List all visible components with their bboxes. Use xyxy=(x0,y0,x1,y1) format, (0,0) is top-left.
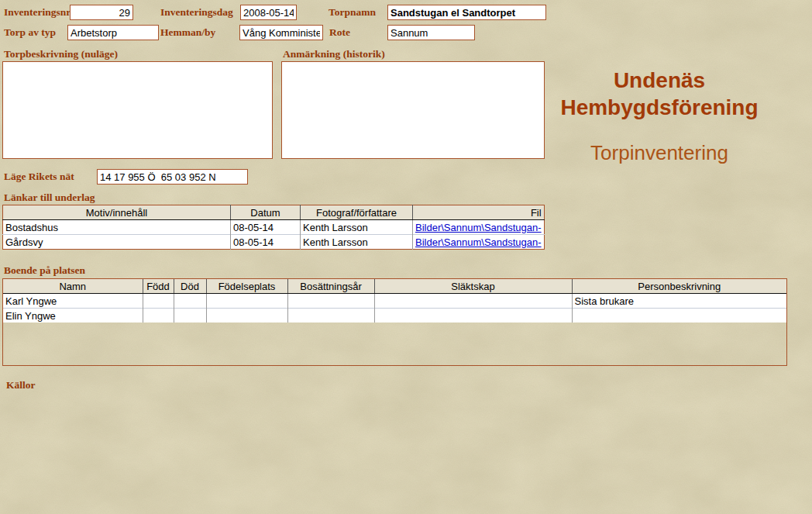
lankar-section-label: Länkar till underlag xyxy=(4,191,95,204)
motiv-cell: Bostadshus xyxy=(3,220,231,235)
residents-table-header: Namn Född Död Födelseplats Bosättningsår… xyxy=(3,279,786,294)
hemman-by-label: Hemman/by xyxy=(160,26,215,39)
lage-input[interactable] xyxy=(97,169,248,185)
links-table-row: Gårdsvy 08-05-14 Kenth Larsson Bilder\Sa… xyxy=(3,235,545,250)
residents-table: Namn Född Död Födelseplats Bosättningsår… xyxy=(3,279,786,323)
lage-label: Läge Rikets nät xyxy=(4,171,74,183)
boende-section-label: Boende på platsen xyxy=(4,264,85,277)
residents-table-frame: Namn Född Död Födelseplats Bosättningsår… xyxy=(2,278,787,366)
resident-row: Karl Yngwe Sista brukare xyxy=(3,294,786,309)
torpinventering-form: Inventeringsnr Inventeringsdag Torpnamn … xyxy=(0,0,812,514)
torpbeskrivning-textarea[interactable] xyxy=(2,61,273,159)
torpbeskrivning-label: Torpbeskrivning (nuläge) xyxy=(4,48,118,60)
slaktskap-cell xyxy=(374,294,572,309)
bosattningsar-cell xyxy=(287,294,374,309)
column-header-bosattningsar: Bosättningsår xyxy=(287,279,374,294)
motiv-cell: Gårdsvy xyxy=(3,235,231,250)
kallor-label: Källor xyxy=(6,379,36,392)
column-header-dod: Död xyxy=(174,279,206,294)
namn-cell: Karl Yngwe xyxy=(3,294,143,309)
torpnamn-input[interactable] xyxy=(387,5,546,20)
slaktskap-cell xyxy=(374,309,572,323)
form-subtitle: Torpinventering xyxy=(545,141,774,164)
torpnamn-label: Torpnamn xyxy=(329,6,376,19)
column-header-motiv: Motiv/innehåll xyxy=(3,205,231,220)
column-header-fotograf: Fotograf/författare xyxy=(301,205,413,220)
anmarkning-textarea[interactable] xyxy=(281,61,545,159)
dod-cell xyxy=(174,309,206,323)
hemman-by-input[interactable] xyxy=(239,25,323,40)
personbeskrivning-cell xyxy=(572,309,786,323)
bosattningsar-cell xyxy=(287,309,374,323)
dod-cell xyxy=(174,294,206,309)
links-table: Motiv/innehåll Datum Fotograf/författare… xyxy=(2,205,545,250)
datum-cell: 08-05-14 xyxy=(231,235,301,250)
org-title-line1: Undenäs xyxy=(545,67,774,94)
inventeringsnr-input[interactable] xyxy=(70,5,133,20)
namn-cell: Elin Yngwe xyxy=(3,309,143,323)
column-header-datum: Datum xyxy=(231,205,301,220)
fil-cell: Bilder\Sannum\Sandstugan- xyxy=(413,235,545,250)
branding: Undenäs Hembygdsförening Torpinventering xyxy=(545,67,774,164)
fodd-cell xyxy=(143,294,174,309)
column-header-personbeskrivning: Personbeskrivning xyxy=(572,279,786,294)
column-header-slaktskap: Släktskap xyxy=(374,279,572,294)
anmarkning-label: Anmärkning (historik) xyxy=(283,48,385,60)
resident-row: Elin Yngwe xyxy=(3,309,786,323)
inventeringsdag-input[interactable] xyxy=(240,5,297,20)
rote-input[interactable] xyxy=(387,25,475,40)
column-header-namn: Namn xyxy=(3,279,143,294)
column-header-fodelseplats: Födelseplats xyxy=(206,279,287,294)
fotograf-cell: Kenth Larsson xyxy=(301,235,413,250)
fodelseplats-cell xyxy=(206,294,287,309)
torp-av-typ-input[interactable] xyxy=(67,25,159,40)
fil-cell: Bilder\Sannum\Sandstugan- xyxy=(413,220,545,235)
fodd-cell xyxy=(143,309,174,323)
inventeringsnr-label: Inventeringsnr xyxy=(4,6,71,19)
datum-cell: 08-05-14 xyxy=(231,220,301,235)
links-table-row: Bostadshus 08-05-14 Kenth Larsson Bilder… xyxy=(3,220,545,235)
personbeskrivning-cell: Sista brukare xyxy=(572,294,786,309)
file-link[interactable]: Bilder\Sannum\Sandstugan- xyxy=(415,222,542,233)
column-header-fil: Fil xyxy=(413,205,545,220)
file-link[interactable]: Bilder\Sannum\Sandstugan- xyxy=(415,236,542,248)
inventeringsdag-label: Inventeringsdag xyxy=(160,6,233,19)
rote-label: Rote xyxy=(329,26,350,39)
column-header-fodd: Född xyxy=(143,279,174,294)
links-table-header: Motiv/innehåll Datum Fotograf/författare… xyxy=(3,205,545,220)
fodelseplats-cell xyxy=(206,309,287,323)
org-title-line2: Hembygdsförening xyxy=(545,94,774,121)
torp-av-typ-label: Torp av typ xyxy=(4,26,56,39)
fotograf-cell: Kenth Larsson xyxy=(301,220,413,235)
